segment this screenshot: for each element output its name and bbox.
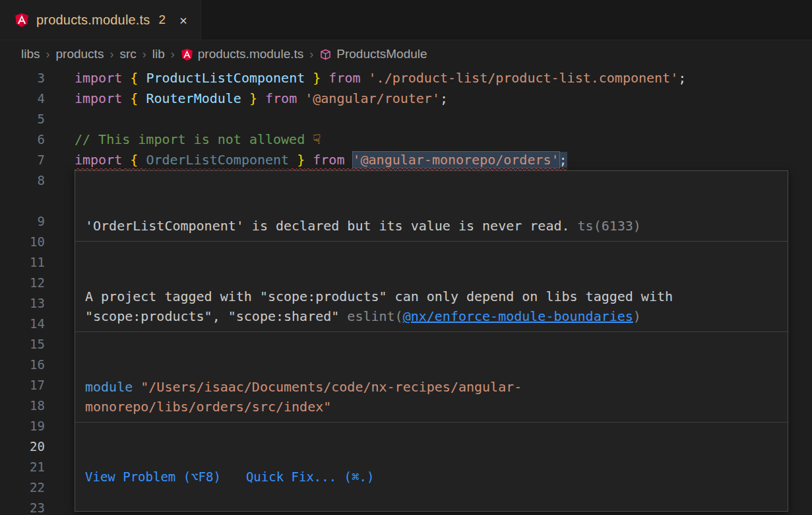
line-number[interactable]: 22 (0, 477, 45, 498)
code-token (344, 152, 352, 168)
breadcrumb-item-products[interactable]: products (56, 47, 104, 61)
code-token: import (75, 90, 122, 106)
line-number[interactable]: 12 (0, 273, 45, 293)
code-text: import { ProductListComponent } from './… (75, 70, 686, 86)
code-token: ; (440, 90, 448, 106)
code-token (122, 70, 130, 86)
code-line-5[interactable]: 5 (0, 109, 812, 129)
unused-message-text: 'OrderListComponent' is declared but its… (85, 218, 570, 234)
code-token: from (265, 90, 297, 106)
module-info-line1: module "/Users/isaac/Documents/code/nx-r… (85, 377, 778, 397)
hover-module-info: module "/Users/isaac/Documents/code/nx-r… (75, 372, 788, 423)
code-token: { (130, 152, 138, 168)
code-token (122, 152, 130, 168)
code-content: import { ProductListComponent } from './… (75, 68, 812, 88)
line-number[interactable]: 8 (0, 170, 45, 211)
line-number[interactable]: 11 (0, 252, 45, 273)
tab-problems-badge: 2 (159, 13, 166, 27)
code-token: // This import is not allowed (75, 131, 313, 147)
code-token: from (313, 152, 344, 168)
module-keyword: module (85, 379, 133, 395)
breadcrumb-label: products.module.ts (198, 47, 304, 61)
line-number[interactable]: 18 (0, 395, 45, 416)
hover-actions: View Problem (⌥F8) Quick Fix... (⌘.) (75, 462, 788, 491)
tab-bar: products.module.ts 2 ✕ (0, 0, 812, 40)
eslint-message-line1: A project tagged with "scope:products" c… (85, 287, 778, 306)
code-token: { (130, 90, 138, 106)
code-token: import (75, 152, 122, 168)
line-number[interactable]: 19 (0, 416, 45, 436)
code-token: ; (678, 70, 686, 86)
code-line-3[interactable]: 3import { ProductListComponent } from '.… (0, 68, 812, 88)
code-token (297, 90, 305, 106)
code-token (257, 90, 265, 106)
code-token: { (130, 70, 138, 86)
code-token (289, 152, 297, 168)
angular-icon (181, 48, 193, 61)
code-content (75, 109, 812, 129)
breadcrumb-label: products (56, 47, 104, 61)
code-content: // This import is not allowed ☟ (75, 129, 812, 150)
breadcrumb-item-symbol[interactable]: ProductsModule (319, 47, 427, 61)
breadcrumb-item-file[interactable]: products.module.ts (181, 47, 304, 61)
tab-title: products.module.ts (36, 13, 150, 28)
line-number[interactable]: 5 (0, 109, 45, 129)
code-token (138, 90, 146, 106)
code-token (138, 152, 146, 168)
code-token (122, 90, 130, 106)
line-number[interactable]: 14 (0, 314, 45, 334)
code-token (138, 70, 146, 86)
diagnostic-code: ts(6133) (570, 218, 641, 234)
code-line-6[interactable]: 6// This import is not allowed ☟ (0, 129, 812, 150)
code-token: ; (559, 152, 567, 168)
line-number[interactable]: 16 (0, 355, 45, 375)
quick-fix-button[interactable]: Quick Fix... (⌘.) (246, 467, 374, 487)
tab-products-module[interactable]: products.module.ts 2 ✕ (0, 0, 201, 40)
line-number[interactable]: 21 (0, 457, 45, 477)
chevron-right-icon: › (46, 48, 50, 61)
code-content: import { RouterModule } from '@angular/r… (75, 88, 812, 109)
eslint-rule-link[interactable]: @nx/enforce-module-boundaries (403, 308, 633, 324)
line-number[interactable]: 15 (0, 334, 45, 355)
code-line-7[interactable]: 7import { OrderListComponent } from '@an… (0, 150, 812, 170)
line-number[interactable]: 20 (0, 436, 45, 457)
line-number[interactable]: 13 (0, 293, 45, 314)
code-text: // This import is not allowed ☟ (75, 131, 321, 147)
line-number[interactable]: 17 (0, 375, 45, 395)
code-token: ProductListComponent (146, 70, 305, 86)
code-content: import { OrderListComponent } from '@ang… (75, 150, 812, 170)
code-token: import (75, 70, 122, 86)
error-squiggle-text: import { OrderListComponent } from '@ang… (75, 152, 567, 168)
line-number[interactable]: 9 (0, 211, 45, 232)
code-token: ☟ (313, 131, 321, 147)
module-path: "/Users/isaac/Documents/code/nx-recipes/… (133, 379, 522, 395)
eslint-source-close: ) (633, 308, 641, 324)
eslint-source: eslint( (347, 308, 402, 324)
breadcrumb-label: src (119, 47, 136, 61)
module-info-line2: monorepo/libs/orders/src/index" (85, 397, 778, 417)
breadcrumb-item-lib[interactable]: lib (152, 47, 165, 61)
breadcrumb-item-src[interactable]: src (119, 47, 136, 61)
line-number[interactable]: 23 (0, 498, 45, 515)
symbol-module-icon (319, 48, 332, 61)
module-path-continued: monorepo/libs/orders/src/index" (85, 399, 331, 415)
line-number[interactable]: 6 (0, 129, 45, 150)
line-number[interactable]: 4 (0, 88, 45, 109)
code-token (361, 70, 369, 86)
code-token (241, 90, 249, 106)
code-token (305, 70, 313, 86)
line-number[interactable]: 7 (0, 150, 45, 170)
close-icon[interactable]: ✕ (179, 14, 187, 26)
code-token: from (328, 70, 360, 86)
code-token: RouterModule (146, 90, 241, 106)
code-line-4[interactable]: 4import { RouterModule } from '@angular/… (0, 88, 812, 109)
code-token: } (313, 70, 321, 86)
view-problem-button[interactable]: View Problem (⌥F8) (85, 467, 221, 487)
code-token (305, 152, 313, 168)
code-token: } (297, 152, 305, 168)
breadcrumb-label: ProductsModule (336, 47, 427, 61)
line-number[interactable]: 3 (0, 68, 45, 88)
chevron-right-icon: › (171, 48, 175, 61)
line-number[interactable]: 10 (0, 232, 45, 252)
breadcrumb-item-libs[interactable]: libs (21, 47, 40, 61)
